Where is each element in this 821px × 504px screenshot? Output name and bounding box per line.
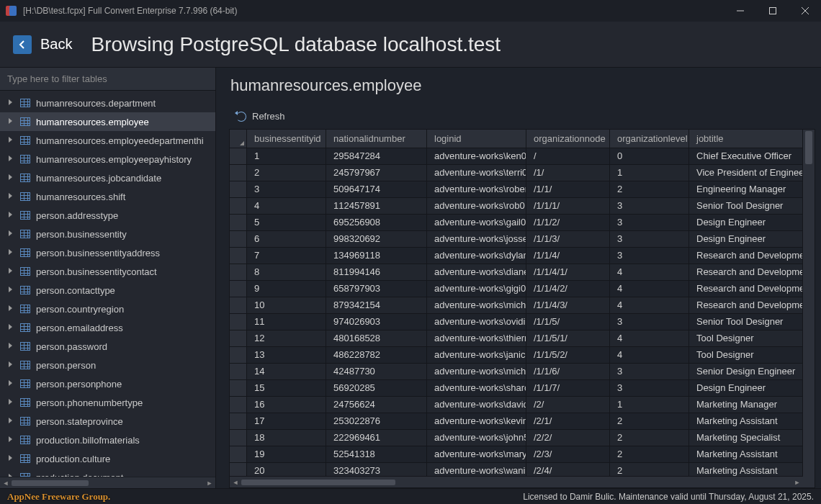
sidebar-item[interactable]: humanresources.employee <box>0 112 215 131</box>
row-selector[interactable] <box>230 281 247 297</box>
expander-icon[interactable] <box>7 473 16 477</box>
cell[interactable]: adventure-works\john5 <box>427 430 526 446</box>
cell[interactable]: 15 <box>247 380 326 396</box>
cell[interactable]: 1 <box>610 397 689 413</box>
row-selector[interactable] <box>230 264 247 280</box>
sidebar-item[interactable]: humanresources.employeedepartmenthi <box>0 131 215 150</box>
cell[interactable]: 5 <box>247 215 326 230</box>
cell[interactable]: /2/4/ <box>526 463 610 476</box>
cell[interactable]: 3 <box>610 380 689 396</box>
cell[interactable]: 245797967 <box>326 165 427 181</box>
cell[interactable]: 2 <box>247 165 326 181</box>
cell[interactable]: adventure-works\janice0 <box>427 347 526 363</box>
sidebar-item[interactable]: person.emailaddress <box>0 318 215 337</box>
cell[interactable]: 42487730 <box>326 364 427 379</box>
cell[interactable]: 7 <box>247 248 326 264</box>
row-selector[interactable] <box>230 231 247 247</box>
expander-icon[interactable] <box>7 99 16 107</box>
row-selector[interactable] <box>230 430 247 446</box>
cell[interactable]: Research and Development Er <box>689 264 803 280</box>
cell[interactable]: 2 <box>610 413 689 429</box>
scroll-track[interactable] <box>241 480 791 485</box>
minimize-button[interactable] <box>724 0 756 22</box>
cell[interactable]: Tool Designer <box>689 347 803 363</box>
sidebar-item[interactable]: person.businessentityaddress <box>0 243 215 262</box>
sidebar-item[interactable]: humanresources.employeepayhistory <box>0 150 215 168</box>
sidebar-item[interactable]: person.person <box>0 356 215 374</box>
cell[interactable]: 14 <box>247 364 326 379</box>
row-selector[interactable] <box>230 330 247 346</box>
cell[interactable]: adventure-works\wanida0 <box>427 463 526 476</box>
table-row[interactable]: 8811994146adventure-works\diane1/1/1/4/1… <box>230 264 803 281</box>
cell[interactable]: Design Engineer <box>689 215 803 230</box>
cell[interactable]: 10 <box>247 297 326 313</box>
cell[interactable]: 480168528 <box>326 330 427 346</box>
row-selector[interactable] <box>230 463 247 476</box>
sidebar-item[interactable]: person.contacttype <box>0 281 215 300</box>
cell[interactable]: /1/1/4/ <box>526 248 610 264</box>
sidebar-item[interactable]: production.document <box>0 468 215 477</box>
row-selector[interactable] <box>230 297 247 313</box>
row-selector[interactable] <box>230 446 247 462</box>
scroll-thumb[interactable] <box>805 131 812 164</box>
table-row[interactable]: 1952541318adventure-works\mary2/2/3/2Mar… <box>230 446 803 463</box>
column-header[interactable]: businessentityid <box>247 130 326 148</box>
cell[interactable]: adventure-works\dylan0 <box>427 248 526 264</box>
sidebar-item[interactable]: humanresources.jobcandidate <box>0 168 215 187</box>
expander-icon[interactable] <box>7 248 16 257</box>
cell[interactable]: /1/1/4/2/ <box>526 281 610 297</box>
cell[interactable]: 2 <box>610 463 689 476</box>
table-row[interactable]: 1442487730adventure-works\michael8/1/1/6… <box>230 364 803 380</box>
sidebar-item[interactable]: person.businessentity <box>0 225 215 243</box>
expander-icon[interactable] <box>7 117 16 126</box>
cell[interactable]: /1/1/1/ <box>526 198 610 214</box>
cell[interactable]: 13 <box>247 347 326 363</box>
sidebar-item[interactable]: person.phonenumbertype <box>0 393 215 412</box>
scroll-right-icon[interactable]: ► <box>204 477 215 489</box>
cell[interactable]: Marketing Manager <box>689 397 803 413</box>
cell[interactable]: 4 <box>610 297 689 313</box>
cell[interactable]: 6 <box>247 231 326 247</box>
column-header[interactable]: loginid <box>427 130 526 148</box>
row-selector[interactable] <box>230 347 247 363</box>
cell[interactable]: /1/1/3/ <box>526 231 610 247</box>
row-selector[interactable] <box>230 198 247 214</box>
row-selector[interactable] <box>230 248 247 264</box>
scroll-right-icon[interactable]: ► <box>791 477 803 488</box>
table-row[interactable]: 12480168528adventure-works\thierry0/1/1/… <box>230 330 803 347</box>
cell[interactable]: Design Engineer <box>689 231 803 247</box>
row-selector[interactable] <box>230 148 247 164</box>
scroll-left-icon[interactable]: ◄ <box>0 477 12 489</box>
cell[interactable]: 3 <box>610 198 689 214</box>
refresh-button[interactable]: Refresh <box>216 107 821 129</box>
cell[interactable]: adventure-works\terri0 <box>427 165 526 181</box>
cell[interactable]: adventure-works\gigi0 <box>427 281 526 297</box>
cell[interactable]: 3 <box>610 314 689 330</box>
cell[interactable]: Chief Executive Officer <box>689 148 803 164</box>
sidebar-item[interactable]: person.personphone <box>0 374 215 393</box>
cell[interactable]: /1/1/5/1/ <box>526 330 610 346</box>
cell[interactable]: adventure-works\michael8 <box>427 364 526 379</box>
expander-icon[interactable] <box>7 192 16 201</box>
cell[interactable]: Vice President of Engineering <box>689 165 803 181</box>
sidebar-item[interactable]: humanresources.shift <box>0 187 215 206</box>
grid-horizontal-scrollbar[interactable]: ◄ ► <box>230 476 803 487</box>
cell[interactable]: 4 <box>610 330 689 346</box>
cell[interactable]: 20 <box>247 463 326 476</box>
cell[interactable]: 8 <box>247 264 326 280</box>
cell[interactable]: /1/1/6/ <box>526 364 610 379</box>
cell[interactable]: adventure-works\david0 <box>427 397 526 413</box>
table-row[interactable]: 17253022876adventure-works\kevin0/2/1/2M… <box>230 413 803 430</box>
cell[interactable]: 1 <box>247 148 326 164</box>
expander-icon[interactable] <box>7 323 16 332</box>
cell[interactable]: /1/1/4/3/ <box>526 297 610 313</box>
cell[interactable]: 24756624 <box>326 397 427 413</box>
table-tree[interactable]: humanresources.departmenthumanresources.… <box>0 91 215 477</box>
cell[interactable]: Research and Development M <box>689 297 803 313</box>
sidebar-item[interactable]: person.businessentitycontact <box>0 262 215 281</box>
cell[interactable]: adventure-works\rob0 <box>427 198 526 214</box>
cell[interactable]: 222969461 <box>326 430 427 446</box>
expander-icon[interactable] <box>7 417 16 426</box>
cell[interactable]: Senior Design Engineer <box>689 364 803 379</box>
cell[interactable]: adventure-works\kevin0 <box>427 413 526 429</box>
